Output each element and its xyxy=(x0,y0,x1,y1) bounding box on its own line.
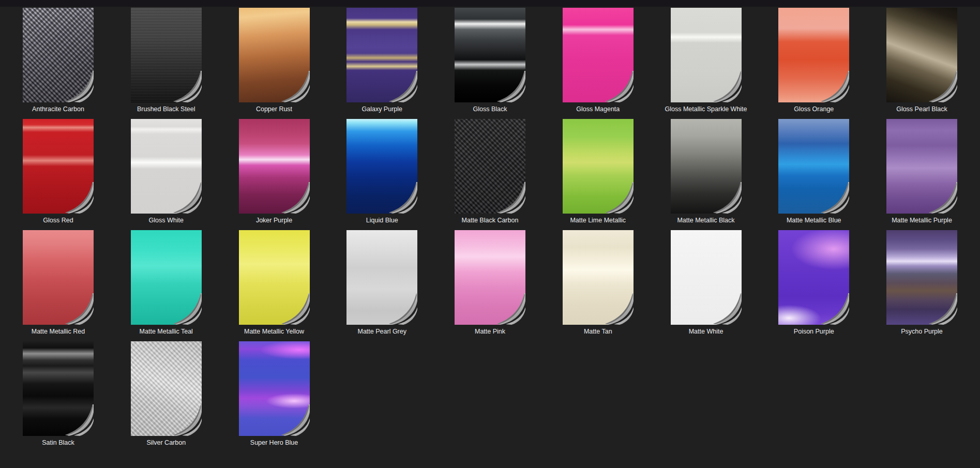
swatch-image[interactable] xyxy=(455,119,525,214)
swatch-card[interactable]: Gloss Black xyxy=(455,8,525,113)
swatch-label: Brushed Black Steel xyxy=(137,105,195,113)
swatch-card[interactable]: Poison Purple xyxy=(778,230,849,336)
swatch-card[interactable]: Gloss Red xyxy=(23,119,94,224)
peel-corner-icon xyxy=(712,182,742,214)
swatch-label: Matte Tan xyxy=(584,328,612,336)
swatch-image[interactable] xyxy=(131,8,202,102)
swatch-label: Liquid Blue xyxy=(366,217,398,224)
swatch-image[interactable] xyxy=(131,341,202,436)
swatch-label: Matte Metallic Purple xyxy=(892,217,952,224)
swatch-image[interactable] xyxy=(778,119,849,214)
swatch-card[interactable]: Gloss Pearl Black xyxy=(886,8,957,113)
swatch-card[interactable]: Gloss Magenta xyxy=(563,8,634,113)
peel-corner-icon xyxy=(172,293,202,325)
peel-corner-icon xyxy=(64,404,94,436)
swatch-image[interactable] xyxy=(346,230,417,325)
swatch-image[interactable] xyxy=(671,230,742,325)
swatch-image[interactable] xyxy=(23,230,94,325)
peel-corner-icon xyxy=(604,293,634,325)
swatch-card[interactable]: Matte White xyxy=(671,230,742,336)
swatch-image[interactable] xyxy=(239,230,310,325)
peel-corner-icon xyxy=(64,293,94,325)
swatch-label: Matte Metallic Red xyxy=(32,328,85,336)
peel-corner-icon xyxy=(820,71,849,102)
swatch-image[interactable] xyxy=(563,119,634,214)
swatch-card[interactable]: Matte Pink xyxy=(455,230,525,336)
swatch-card[interactable]: Matte Black Carbon xyxy=(455,119,525,224)
swatch-card[interactable]: Galaxy Purple xyxy=(346,8,417,113)
swatch-image[interactable] xyxy=(455,8,525,102)
swatch-card[interactable]: Super Hero Blue xyxy=(239,341,310,447)
swatch-card[interactable]: Matte Metallic Purple xyxy=(886,119,957,224)
peel-corner-icon xyxy=(928,71,957,102)
swatch-card[interactable]: Matte Metallic Black xyxy=(671,119,742,224)
swatch-image[interactable] xyxy=(23,341,94,436)
swatch-card[interactable]: Matte Pearl Grey xyxy=(346,230,417,336)
swatch-card[interactable]: Matte Lime Metallic xyxy=(563,119,634,224)
peel-corner-icon xyxy=(280,71,310,102)
peel-corner-icon xyxy=(928,293,957,325)
swatch-image[interactable] xyxy=(346,8,417,102)
swatch-image[interactable] xyxy=(563,230,634,325)
peel-corner-icon xyxy=(820,182,849,214)
swatch-image[interactable] xyxy=(671,119,742,214)
swatch-card[interactable]: Satin Black xyxy=(23,341,94,447)
swatch-image[interactable] xyxy=(886,8,957,102)
peel-corner-icon xyxy=(388,71,417,102)
swatch-label: Matte White xyxy=(689,328,723,336)
peel-corner-icon xyxy=(280,182,310,214)
swatch-label: Matte Lime Metallic xyxy=(570,217,626,224)
swatch-image[interactable] xyxy=(131,119,202,214)
peel-corner-icon xyxy=(280,404,310,436)
swatch-card[interactable]: Brushed Black Steel xyxy=(131,8,202,113)
swatch-label: Matte Black Carbon xyxy=(462,217,519,224)
swatch-card[interactable]: Copper Rust xyxy=(239,8,310,113)
swatch-card[interactable]: Matte Metallic Blue xyxy=(778,119,849,224)
swatch-label: Psycho Purple xyxy=(901,328,943,336)
peel-corner-icon xyxy=(172,404,202,436)
swatch-label: Super Hero Blue xyxy=(250,439,298,447)
swatch-card[interactable]: Matte Metallic Teal xyxy=(131,230,202,336)
swatch-label: Gloss Orange xyxy=(794,105,834,113)
swatch-label: Copper Rust xyxy=(256,105,292,113)
swatch-image[interactable] xyxy=(778,230,849,325)
swatch-card[interactable]: Psycho Purple xyxy=(886,230,957,336)
swatch-card[interactable]: Gloss Metallic Sparkle White xyxy=(671,8,742,113)
swatch-label: Matte Metallic Teal xyxy=(140,328,193,336)
swatch-label: Gloss Red xyxy=(43,217,73,224)
swatch-label: Gloss White xyxy=(149,217,184,224)
swatch-image[interactable] xyxy=(23,8,94,102)
peel-corner-icon xyxy=(604,71,634,102)
peel-corner-icon xyxy=(388,293,417,325)
peel-corner-icon xyxy=(496,182,525,214)
swatch-image[interactable] xyxy=(886,230,957,325)
swatch-card[interactable]: Matte Metallic Red xyxy=(23,230,94,336)
swatch-image[interactable] xyxy=(886,119,957,214)
swatch-label: Matte Metallic Yellow xyxy=(244,328,304,336)
swatch-card[interactable]: Matte Tan xyxy=(563,230,634,336)
swatch-image[interactable] xyxy=(563,8,634,102)
swatch-image[interactable] xyxy=(346,119,417,214)
peel-corner-icon xyxy=(388,182,417,214)
swatch-image[interactable] xyxy=(239,8,310,102)
swatch-label: Gloss Magenta xyxy=(576,105,620,113)
swatch-image[interactable] xyxy=(239,119,310,214)
swatch-image[interactable] xyxy=(239,341,310,436)
swatch-image[interactable] xyxy=(671,8,742,102)
swatch-card[interactable]: Liquid Blue xyxy=(346,119,417,224)
swatch-label: Matte Pearl Grey xyxy=(358,328,406,336)
swatch-image[interactable] xyxy=(23,119,94,214)
swatch-card[interactable]: Joker Purple xyxy=(239,119,310,224)
swatch-image[interactable] xyxy=(455,230,525,325)
swatch-card[interactable]: Anthracite Carbon xyxy=(23,8,94,113)
swatch-card[interactable]: Gloss Orange xyxy=(778,8,849,113)
swatch-card[interactable]: Matte Metallic Yellow xyxy=(239,230,310,336)
swatch-label: Galaxy Purple xyxy=(361,105,402,113)
swatch-card[interactable]: Gloss White xyxy=(131,119,202,224)
peel-corner-icon xyxy=(496,71,525,102)
swatch-image[interactable] xyxy=(131,230,202,325)
swatch-card[interactable]: Silver Carbon xyxy=(131,341,202,447)
peel-corner-icon xyxy=(604,182,634,214)
swatch-image[interactable] xyxy=(778,8,849,102)
peel-corner-icon xyxy=(712,293,742,325)
